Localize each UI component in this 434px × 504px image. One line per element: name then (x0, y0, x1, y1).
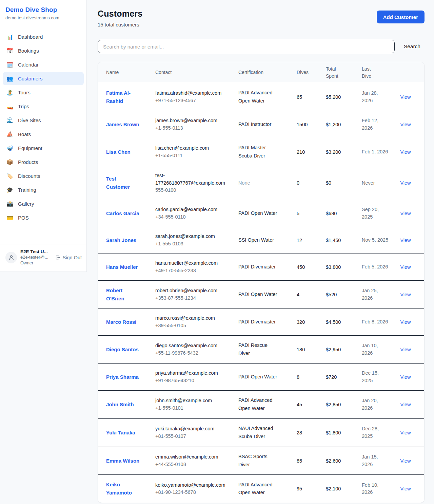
customer-dives: 65 (297, 94, 320, 100)
customer-contact: priya.sharma@example.com +91-98765-43210 (155, 370, 228, 385)
main-content: Customers 15 total customers Add Custome… (87, 0, 434, 504)
sidebar-item-boats[interactable]: ⛵ Boats (3, 128, 84, 141)
calendar-icon: 🗓️ (6, 61, 14, 68)
customer-name-link[interactable]: Sarah Jones (106, 236, 141, 244)
sidebar-item-label: Products (18, 159, 38, 165)
view-link[interactable]: View (395, 486, 416, 491)
view-link[interactable]: View (395, 94, 416, 100)
view-link[interactable]: View (395, 264, 416, 270)
dashboard-icon: 📊 (6, 34, 14, 40)
sidebar-item-discounts[interactable]: 🏷️ Discounts (3, 169, 84, 183)
customer-name-link[interactable]: John Smith (106, 400, 141, 409)
customer-phone: +1-555-0101 (155, 405, 228, 412)
boats-icon: ⛵ (6, 131, 14, 137)
sidebar-item-label: Gallery (18, 201, 34, 207)
table-row: Yuki Tanaka yuki.tanaka@example.com +81-… (98, 418, 424, 447)
sidebar-item-customers[interactable]: 👥 Customers (3, 72, 84, 85)
view-link[interactable]: View (395, 149, 416, 155)
view-link[interactable]: View (395, 122, 416, 127)
view-link[interactable]: View (395, 211, 416, 216)
page-header: Customers 15 total customers Add Custome… (98, 9, 425, 27)
customer-email: james.brown@example.com (155, 117, 228, 125)
customer-total-spent: $4,500 (326, 319, 356, 325)
customer-name-link[interactable]: Lisa Chen (106, 148, 141, 156)
column-header-last-dive: Last Dive (362, 66, 378, 79)
customer-name-link[interactable]: Keiko Yamamoto (106, 481, 141, 497)
equipment-icon: 🤿 (6, 145, 14, 151)
customer-phone: +44-555-0108 (155, 461, 228, 468)
customer-name-link[interactable]: Diego Santos (106, 346, 141, 354)
view-link[interactable]: View (395, 374, 416, 380)
customer-email: keiko.yamamoto@example.com (155, 482, 228, 489)
customer-name-link[interactable]: Marco Rossi (106, 318, 141, 326)
customer-dives: 4 (297, 292, 320, 297)
sidebar-item-label: Calendar (18, 62, 39, 68)
customer-certification: PADI Open Water (238, 209, 278, 218)
tours-icon: 🏝️ (6, 89, 14, 96)
customer-email: fatima.alrashid@example.com (155, 90, 228, 97)
sidebar-item-label: Trips (18, 104, 29, 109)
view-link[interactable]: View (395, 430, 416, 435)
user-role: Owner (20, 260, 52, 266)
customer-phone: +81-90-1234-5678 (155, 489, 228, 496)
sidebar-item-calendar[interactable]: 🗓️ Calendar (3, 58, 84, 71)
table-row: Lisa Chen lisa.chen@example.com +1-555-0… (98, 138, 424, 166)
add-customer-button[interactable]: Add Customer (377, 11, 425, 23)
sidebar-item-equipment[interactable]: 🤿 Equipment (3, 142, 84, 155)
customer-dives: 12 (297, 238, 320, 243)
sidebar-item-gallery[interactable]: 📸 Gallery (3, 197, 84, 210)
view-link[interactable]: View (395, 319, 416, 325)
avatar (5, 252, 17, 263)
view-link[interactable]: View (395, 458, 416, 464)
customer-name-link[interactable]: Emma Wilson (106, 457, 141, 465)
customer-total-spent: $680 (326, 211, 356, 216)
view-link[interactable]: View (395, 180, 416, 186)
sidebar-item-tours[interactable]: 🏝️ Tours (3, 86, 84, 99)
table-row: Hans Mueller hans.mueller@example.com +4… (98, 254, 424, 280)
customer-contact: fatima.alrashid@example.com +971-55-123-… (155, 90, 228, 105)
sidebar-item-label: POS (18, 215, 29, 221)
sidebar-item-dive-sites[interactable]: 🌊 Dive Sites (3, 114, 84, 127)
customer-contact: yuki.tanaka@example.com +81-555-0107 (155, 425, 228, 440)
sidebar-item-trips[interactable]: 🚤 Trips (3, 100, 84, 113)
sign-out-button[interactable]: Sign Out (55, 255, 82, 260)
sidebar-item-products[interactable]: 📦 Products (3, 155, 84, 169)
customer-total-spent: $5,200 (326, 94, 356, 100)
sidebar-item-label: Discounts (18, 173, 40, 179)
customer-name-link[interactable]: Test Customer (106, 175, 141, 191)
shop-domain: demo.test.divestreams.com (5, 15, 81, 20)
customer-certification: PADI Open Water (238, 291, 278, 299)
sidebar-item-bookings[interactable]: 📅 Bookings (3, 44, 84, 57)
search-input[interactable] (98, 40, 395, 53)
customer-total-spent: $2,100 (326, 486, 356, 491)
customer-phone: +1-555-0111 (155, 152, 228, 160)
user-block: E2E Test U... e2e-tester@... Owner Sign … (0, 244, 86, 272)
sidebar-item-training[interactable]: 🎓 Training (3, 183, 84, 197)
customer-contact: lisa.chen@example.com +1-555-0111 (155, 145, 228, 160)
customer-name-link[interactable]: Hans Mueller (106, 263, 141, 271)
customer-name-link[interactable]: Yuki Tanaka (106, 429, 141, 437)
customer-phone: +49-170-555-2233 (155, 267, 228, 275)
products-icon: 📦 (6, 159, 14, 165)
customer-name-link[interactable]: Carlos Garcia (106, 209, 141, 218)
customer-email: marco.rossi@example.com (155, 315, 228, 322)
search-row: Search (98, 40, 425, 53)
customer-name-link[interactable]: Priya Sharma (106, 373, 141, 381)
customer-certification: PADI Divemaster (238, 318, 278, 326)
customer-name-link[interactable]: Robert O'Brien (106, 286, 141, 303)
customer-phone: +1-555-0113 (155, 125, 228, 132)
customer-name-link[interactable]: James Brown (106, 120, 141, 129)
search-button[interactable]: Search (395, 43, 425, 50)
view-link[interactable]: View (395, 347, 416, 352)
customer-last-dive: Feb 8, 2026 (362, 318, 390, 326)
sidebar-item-pos[interactable]: 💳 POS (3, 211, 84, 224)
view-link[interactable]: View (395, 238, 416, 243)
customer-name-link[interactable]: Fatima Al-Rashid (106, 89, 141, 105)
view-link[interactable]: View (395, 292, 416, 297)
sidebar-item-label: Equipment (18, 145, 42, 151)
view-link[interactable]: View (395, 402, 416, 407)
sidebar-item-dashboard[interactable]: 📊 Dashboard (3, 30, 84, 43)
table-row: Test Customer test-1772681807767@example… (98, 166, 424, 200)
table-body: Fatima Al-Rashid fatima.alrashid@example… (98, 83, 424, 503)
table-row: Marco Rossi marco.rossi@example.com +39-… (98, 309, 424, 335)
